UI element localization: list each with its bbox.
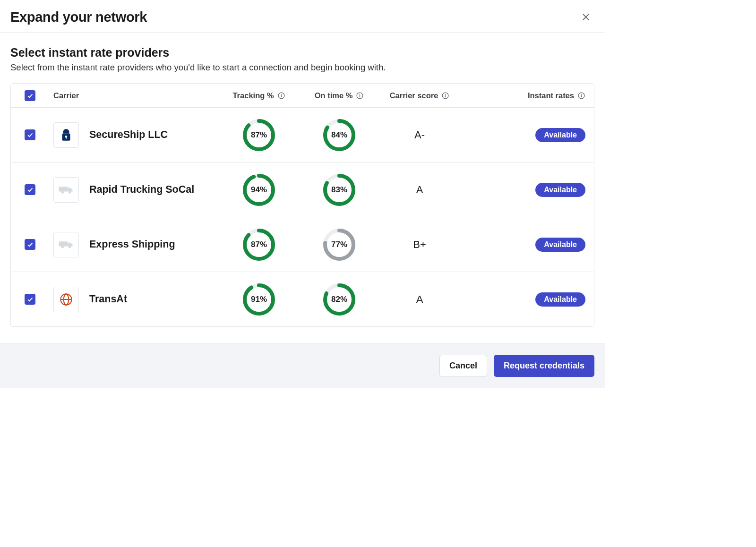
svg-point-20 (61, 191, 64, 193)
carrier-name: Express Shipping (89, 239, 175, 250)
modal-footer: Cancel Request credentials (0, 343, 605, 388)
svg-rect-8 (445, 95, 446, 97)
check-icon (26, 241, 34, 248)
svg-point-27 (61, 246, 64, 248)
col-ontime: On time % (315, 91, 353, 100)
modal-title: Expand your network (10, 9, 147, 25)
close-button[interactable] (577, 9, 594, 26)
svg-rect-26 (59, 241, 68, 246)
carrier-name: Rapid Trucking SoCal (89, 184, 194, 196)
info-icon[interactable] (356, 92, 364, 100)
donut-label: 77% (322, 227, 357, 262)
svg-rect-19 (59, 187, 68, 191)
rate-status-badge: Available (535, 128, 585, 142)
progress-donut: 77% (322, 227, 357, 262)
donut-label: 84% (322, 118, 357, 153)
rate-status-badge: Available (535, 238, 585, 252)
donut-label: 83% (322, 172, 357, 207)
progress-donut: 91% (241, 282, 276, 317)
modal-header: Expand your network (0, 0, 605, 33)
col-score: Carrier score (390, 91, 438, 100)
progress-donut: 87% (241, 118, 276, 153)
col-carrier: Carrier (53, 91, 79, 100)
carrier-score: A- (384, 129, 455, 141)
carrier-name: SecureShip LLC (89, 129, 168, 141)
modal-body: Select instant rate providers Select fro… (0, 33, 605, 343)
donut-label: 87% (241, 118, 276, 153)
carrier-logo (53, 232, 79, 257)
table-header-row: Carrier Tracking % On time % Carrier sco… (11, 84, 594, 107)
carrier-score: B+ (384, 239, 455, 251)
carrier-logo (53, 177, 79, 203)
svg-point-10 (581, 94, 582, 94)
lock-icon (60, 128, 72, 142)
carrier-name: TransAt (89, 293, 127, 305)
svg-rect-5 (360, 95, 360, 97)
svg-rect-11 (581, 95, 582, 97)
svg-point-28 (69, 246, 71, 248)
truck-icon (58, 239, 74, 250)
table-row: Rapid Trucking SoCal 94% 83% A Available (11, 162, 594, 217)
progress-donut: 83% (322, 172, 357, 207)
donut-label: 87% (241, 227, 276, 262)
row-checkbox[interactable] (25, 184, 35, 195)
svg-point-7 (445, 94, 446, 94)
info-icon[interactable] (277, 92, 285, 100)
carrier-logo (53, 287, 79, 312)
progress-donut: 84% (322, 118, 357, 153)
progress-donut: 87% (241, 227, 276, 262)
table-row: Express Shipping 87% 77% B+ Available (11, 217, 594, 272)
progress-donut: 94% (241, 172, 276, 207)
row-checkbox[interactable] (25, 294, 35, 305)
table-row: SecureShip LLC 87% 84% A- Available (11, 107, 594, 162)
info-icon[interactable] (577, 92, 585, 100)
donut-label: 91% (241, 282, 276, 317)
carrier-score: A (384, 293, 455, 306)
check-icon (26, 131, 34, 138)
progress-donut: 82% (322, 282, 357, 317)
truck-icon (58, 185, 74, 195)
table-row: TransAt 91% 82% A Available (11, 272, 594, 326)
check-icon (26, 92, 34, 99)
check-icon (26, 186, 34, 193)
section-subtitle: Select from the instant rate providers w… (10, 62, 594, 73)
rate-status-badge: Available (535, 183, 585, 197)
col-rates: Instant rates (528, 91, 574, 100)
request-credentials-button[interactable]: Request credentials (494, 355, 594, 377)
cancel-button[interactable]: Cancel (439, 355, 487, 377)
carrier-logo (53, 122, 79, 148)
svg-rect-14 (66, 137, 67, 138)
close-icon (581, 12, 591, 22)
row-checkbox[interactable] (25, 129, 35, 140)
select-all-checkbox[interactable] (25, 90, 35, 101)
donut-label: 82% (322, 282, 357, 317)
svg-rect-2 (281, 95, 281, 97)
svg-point-4 (360, 94, 361, 94)
carrier-table: Carrier Tracking % On time % Carrier sco… (10, 83, 594, 327)
row-checkbox[interactable] (25, 239, 35, 250)
check-icon (26, 296, 34, 303)
donut-label: 94% (241, 172, 276, 207)
svg-point-21 (69, 191, 71, 193)
info-icon[interactable] (441, 92, 449, 100)
rate-status-badge: Available (535, 292, 585, 307)
section-title: Select instant rate providers (10, 46, 594, 60)
svg-point-1 (281, 94, 282, 94)
carrier-score: A (384, 184, 455, 196)
col-tracking: Tracking % (232, 91, 274, 100)
globe-icon (60, 293, 73, 306)
